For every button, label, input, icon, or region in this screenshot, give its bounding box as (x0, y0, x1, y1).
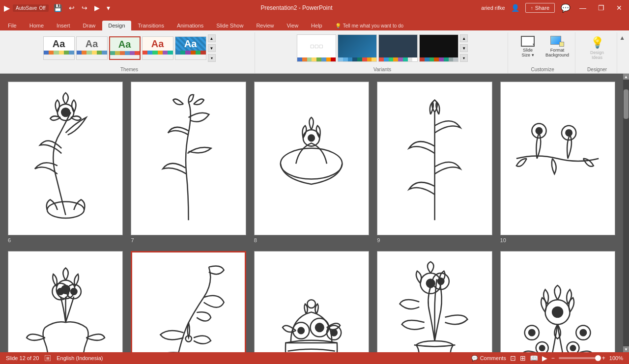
slide-item-10[interactable]: 10 (500, 82, 615, 243)
fit-slide-button[interactable]: ⊞ (45, 355, 51, 361)
autosave-button[interactable]: AutoSave Off (13, 4, 49, 12)
variant-1[interactable]: ▢▢▢ (297, 34, 336, 62)
ribbon-collapse[interactable]: ▲ (619, 32, 625, 73)
slide-item-11[interactable]: 11 (8, 251, 123, 352)
tab-design[interactable]: Design (102, 21, 131, 30)
zoom-in-icon[interactable]: + (602, 355, 605, 362)
normal-view-button[interactable]: ⊡ (510, 354, 516, 362)
comment-bubble-icon: 💬 (471, 355, 478, 362)
more-qat-icon[interactable]: ▾ (105, 3, 112, 13)
scroll-up-icon[interactable]: ▲ (208, 34, 216, 42)
scroll-down-button[interactable]: ▼ (623, 346, 629, 352)
slideshow-button[interactable]: ▶ (542, 354, 547, 362)
undo-icon[interactable]: ↩ (67, 3, 77, 13)
tab-help[interactable]: Help (305, 21, 328, 30)
restore-button[interactable]: ❐ (595, 3, 607, 13)
slide-thumb-12[interactable] (131, 251, 246, 352)
slide-thumb-13[interactable] (254, 251, 369, 352)
tab-view[interactable]: View (281, 21, 304, 30)
svg-point-31 (438, 278, 444, 284)
slide-10-svg (506, 90, 609, 227)
slide-size-button[interactable]: ▾ SlideSize ▾ (514, 34, 542, 59)
slide-size-label: SlideSize ▾ (522, 48, 534, 57)
zoom-slider[interactable] (559, 357, 598, 359)
share-label: Share (535, 5, 549, 11)
scroll-up-button[interactable]: ▲ (623, 74, 629, 80)
tab-draw[interactable]: Draw (77, 21, 102, 30)
slide-thumb-11[interactable] (8, 251, 123, 352)
slide-thumb-6[interactable] (8, 82, 123, 235)
tab-home[interactable]: Home (24, 21, 50, 30)
tab-transitions[interactable]: Transitions (132, 21, 170, 30)
slide-8-svg (260, 90, 363, 227)
statusbar-right: 💬 Comments ⊡ ⊞ 📖 ▶ − + 100% (471, 354, 623, 362)
svg-point-41 (571, 345, 575, 350)
format-bg-label: FormatBackground (545, 48, 569, 57)
lightbulb-icon: 💡 (335, 23, 341, 28)
slide-item-12[interactable]: 12 (131, 251, 246, 352)
variants-scroll-more[interactable]: ▾ (460, 54, 468, 62)
theme-1[interactable]: Aa (43, 36, 75, 60)
reading-view-button[interactable]: 📖 (530, 354, 538, 362)
slide-9-svg (383, 90, 486, 227)
redo-icon[interactable]: ↪ (80, 3, 89, 13)
slide-item-14[interactable]: 14 (377, 251, 492, 352)
autosave-state: Off (39, 5, 45, 11)
slide-thumb-8[interactable] (254, 82, 369, 235)
slide-sorter-button[interactable]: ⊞ (520, 354, 526, 362)
variant-4[interactable] (419, 34, 458, 62)
comment-icon[interactable]: 💬 (561, 3, 571, 13)
variant-3[interactable] (378, 34, 418, 62)
variants-scroll-up[interactable]: ▲ (460, 34, 468, 42)
slide-thumb-7[interactable] (131, 82, 246, 235)
tab-file[interactable]: File (2, 21, 23, 30)
theme-5[interactable]: Aa (175, 36, 206, 60)
svg-point-37 (580, 330, 587, 336)
tab-tellme[interactable]: 💡 Tell me what you want to do (329, 21, 409, 30)
design-ideas-button[interactable]: 💡 DesignIdeas (581, 34, 613, 62)
share-button[interactable]: ↑ Share (525, 3, 555, 13)
slide-item-6[interactable]: 6 (8, 82, 123, 243)
slide-thumb-10[interactable] (500, 82, 615, 235)
comments-button[interactable]: 💬 Comments (471, 355, 506, 362)
slide-item-7[interactable]: 7 (131, 82, 246, 243)
slide-thumb-9[interactable] (377, 82, 492, 235)
zoom-out-icon[interactable]: − (551, 355, 555, 362)
scrollbar-thumb[interactable] (624, 89, 629, 119)
slide-item-13[interactable]: 13 (254, 251, 369, 352)
save-icon[interactable]: 💾 (52, 3, 64, 13)
svg-point-7 (536, 128, 543, 134)
theme-3[interactable]: Aa (109, 36, 141, 60)
slide-item-9[interactable]: 9 (377, 82, 492, 243)
slide-item-15[interactable]: 15 (500, 251, 615, 352)
user-avatar[interactable]: 👤 (511, 4, 519, 12)
theme-4[interactable]: Aa (142, 36, 173, 60)
tab-slideshow[interactable]: Slide Show (210, 21, 249, 30)
tab-review[interactable]: Review (250, 21, 280, 30)
tab-insert[interactable]: Insert (51, 21, 76, 30)
variant-2[interactable] (338, 34, 377, 62)
scroll-more-icon[interactable]: ▾ (208, 54, 216, 62)
scroll-down-icon[interactable]: ▼ (208, 44, 216, 52)
theme-2[interactable]: Aa (76, 36, 108, 60)
user-name: aried rifke (481, 5, 505, 11)
variants-scroll-down[interactable]: ▼ (460, 44, 468, 52)
slide-thumb-15[interactable] (500, 251, 615, 352)
close-button[interactable]: ✕ (613, 3, 625, 13)
vertical-scrollbar[interactable]: ▲ ▼ (623, 74, 629, 352)
themes-label: Themes (120, 66, 138, 73)
slide-count-label: Slide 12 of 20 (6, 355, 39, 361)
slide-item-8[interactable]: 8 (254, 82, 369, 243)
tab-animations[interactable]: Animations (171, 21, 209, 30)
customize-label: Customize (531, 66, 554, 73)
slide-thumb-14[interactable] (377, 251, 492, 352)
slide-6-svg (14, 90, 117, 227)
design-ideas-label: DesignIdeas (590, 50, 604, 60)
designer-label: Designer (587, 66, 607, 73)
language-label: English (Indonesia) (57, 355, 103, 361)
format-background-button[interactable]: FormatBackground (543, 34, 571, 59)
svg-point-27 (331, 330, 338, 336)
minimize-button[interactable]: — (576, 3, 589, 13)
svg-point-2 (61, 108, 70, 116)
present-icon[interactable]: ▶ (92, 3, 102, 13)
